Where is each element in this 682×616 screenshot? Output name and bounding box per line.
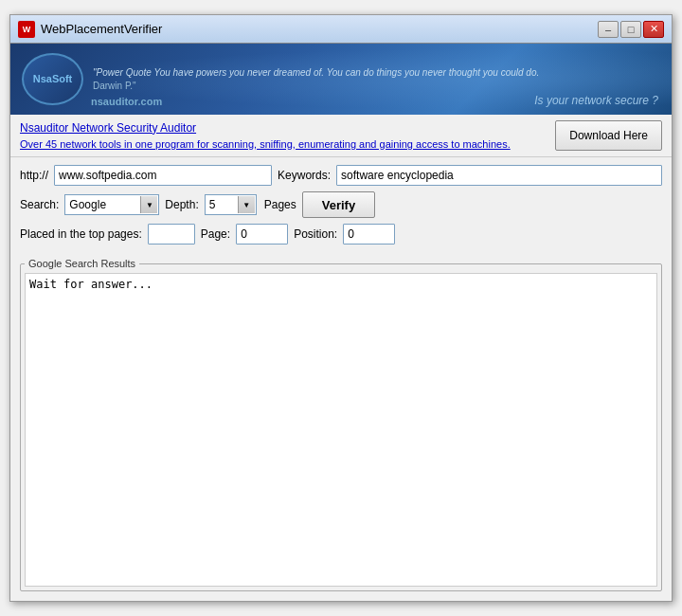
depth-label: Depth:	[165, 198, 198, 211]
logo-text: NsaSoft	[33, 73, 73, 85]
search-label: Search:	[20, 198, 59, 211]
banner-logo: NsaSoft	[22, 53, 83, 105]
main-window: W WebPlacementVerifier – □ ✕ NsaSoft "Po…	[9, 14, 673, 602]
results-textarea[interactable]	[25, 273, 657, 587]
window-title: WebPlacementVerifier	[41, 22, 162, 36]
verify-button[interactable]: Verify	[302, 191, 375, 218]
search-select-wrapper: Google Bing Yahoo ▼	[64, 194, 159, 215]
page-label: Page:	[201, 227, 230, 241]
placed-row: Placed in the top pages: Page: Position:	[20, 224, 662, 245]
url-input[interactable]	[54, 165, 272, 186]
keywords-label: Keywords:	[278, 169, 331, 182]
product-description[interactable]: Over 45 network tools in one program for…	[20, 138, 511, 150]
placed-label: Placed in the top pages:	[20, 227, 142, 241]
content-area: Nsauditor Network Security Auditor Over …	[10, 115, 672, 601]
close-button[interactable]: ✕	[643, 21, 664, 38]
depth-select-wrapper: 3 5 10 20 50 ▼	[205, 194, 257, 215]
position-input[interactable]	[343, 224, 395, 245]
results-fieldset: Google Search Results	[20, 258, 662, 591]
results-legend: Google Search Results	[25, 258, 139, 269]
title-bar: W WebPlacementVerifier – □ ✕	[10, 15, 672, 44]
product-title-link[interactable]: Nsauditor Network Security Auditor	[20, 121, 546, 135]
minimize-button[interactable]: –	[598, 21, 619, 38]
banner: NsaSoft "Power Quote You have powers you…	[10, 44, 672, 115]
info-text: Nsauditor Network Security Auditor Over …	[20, 121, 546, 151]
info-bar: Nsauditor Network Security Auditor Over …	[10, 115, 672, 157]
title-buttons: – □ ✕	[598, 21, 664, 38]
keywords-input[interactable]	[336, 165, 662, 186]
depth-select[interactable]: 3 5 10 20 50	[205, 194, 257, 215]
search-select[interactable]: Google Bing Yahoo	[64, 194, 159, 215]
position-label: Position:	[294, 227, 337, 241]
download-button[interactable]: Download Here	[555, 120, 662, 151]
banner-quote: "Power Quote You have powers you never d…	[93, 66, 660, 93]
http-label: http://	[20, 169, 48, 182]
quote-author: Darwin P."	[93, 81, 136, 91]
url-row: http:// Keywords:	[20, 165, 662, 186]
page-input[interactable]	[236, 224, 288, 245]
title-bar-left: W WebPlacementVerifier	[18, 21, 162, 38]
search-row: Search: Google Bing Yahoo ▼ Depth: 3 5 1…	[20, 191, 662, 218]
form-area: http:// Keywords: Search: Google Bing Ya…	[10, 157, 672, 258]
banner-secure-text: Is your network secure ?	[534, 94, 658, 107]
placed-input[interactable]	[148, 224, 195, 245]
app-icon: W	[18, 21, 35, 38]
pages-label: Pages	[264, 198, 296, 211]
banner-domain: nsauditor.com	[91, 96, 162, 107]
maximize-button[interactable]: □	[620, 21, 641, 38]
